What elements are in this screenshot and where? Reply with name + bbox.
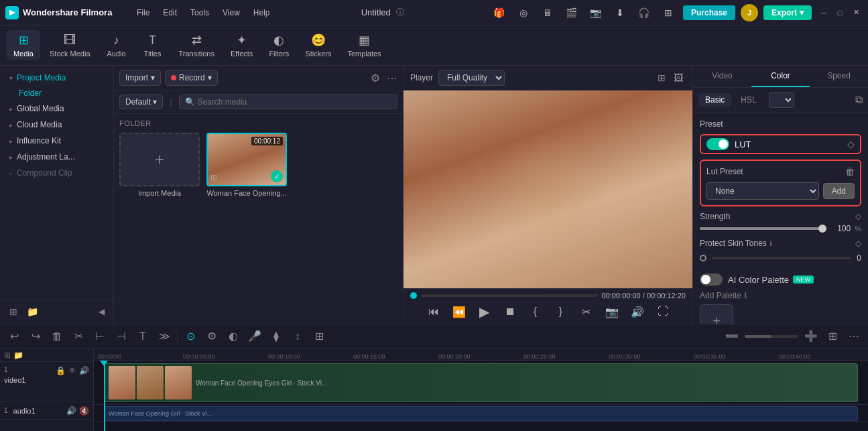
protect-track[interactable]	[712, 257, 851, 259]
video1-eye-icon[interactable]: 👁	[68, 366, 76, 375]
curve-select[interactable]	[769, 92, 794, 108]
search-input[interactable]	[198, 97, 392, 107]
protect-info-icon[interactable]: ℹ	[769, 239, 772, 248]
keyframe-tl-button[interactable]: ⧫	[267, 328, 285, 345]
monitor-icon[interactable]: 🖥	[538, 3, 557, 22]
compass-icon[interactable]: ◎	[514, 3, 533, 22]
user-avatar[interactable]: J	[741, 4, 758, 21]
diamond-icon[interactable]: ◇	[847, 139, 855, 149]
folder-item[interactable]: Folder	[5, 86, 108, 101]
add-palette-info-icon[interactable]: ℹ	[744, 291, 747, 300]
menu-edit[interactable]: Edit	[158, 5, 182, 20]
strength-track[interactable]	[700, 227, 826, 230]
undo-button[interactable]: ↩	[5, 328, 23, 345]
toolbar-stickers[interactable]: 😊 Stickers	[298, 30, 338, 60]
tab-color[interactable]: Color	[751, 66, 810, 87]
export-button[interactable]: Export ▾	[763, 5, 812, 20]
fullscreen-button[interactable]: ⛶	[654, 302, 672, 321]
ai-palette-toggle[interactable]	[700, 273, 723, 286]
image-layout-icon[interactable]: 🖼	[671, 71, 686, 84]
speaker-button[interactable]: 🔊	[628, 302, 647, 321]
palette-add-box[interactable]: +	[700, 304, 733, 324]
split-button[interactable]: ⊣	[113, 328, 130, 345]
magnet-button[interactable]: ⚙	[203, 328, 221, 345]
delete-button[interactable]: 🗑	[48, 328, 66, 345]
close-button[interactable]: ✕	[849, 6, 863, 19]
search-box[interactable]: 🔍	[179, 95, 398, 109]
strength-thumb[interactable]	[818, 225, 826, 233]
toolbar-templates[interactable]: ▦ Templates	[340, 30, 387, 60]
redo-button[interactable]: ↪	[27, 328, 44, 345]
track-add-icon[interactable]: ⊞	[4, 351, 11, 360]
screenshot-button[interactable]: 📷	[603, 302, 621, 321]
tab-speed[interactable]: Speed	[810, 66, 868, 87]
audio1-clip[interactable]: Woman Face Opening Girl · Stock Vi...	[104, 406, 858, 421]
import-media-thumb[interactable]: + Import Media	[119, 133, 200, 197]
sidebar-item-cloud-media[interactable]: ▸ Cloud Media	[5, 117, 108, 133]
sidebar-item-global-media[interactable]: ▸ Global Media	[5, 101, 108, 117]
toolbar-media[interactable]: ⊞ Media	[7, 30, 40, 60]
text-tl-button[interactable]: T	[134, 328, 151, 345]
lut-toggle[interactable]	[706, 138, 729, 150]
menu-view[interactable]: View	[217, 5, 245, 20]
minimize-button[interactable]: ─	[817, 6, 830, 19]
split-tl-button[interactable]: ↕	[289, 328, 306, 345]
film-icon[interactable]: 🎬	[562, 3, 581, 22]
zoom-track[interactable]	[745, 335, 798, 338]
maximize-button[interactable]: □	[833, 6, 847, 19]
sub-tab-basic[interactable]: Basic	[698, 93, 731, 107]
sidebar-item-compound[interactable]: ▸ Compound Clip	[5, 165, 108, 181]
zoom-out-button[interactable]: ➖	[723, 328, 741, 345]
toolbar-effects[interactable]: ✦ Effects	[224, 30, 259, 60]
menu-tools[interactable]: Tools	[185, 5, 214, 20]
record-button[interactable]: Record ▾	[165, 70, 218, 86]
audio-button[interactable]: 🎤	[246, 328, 263, 345]
filter-button[interactable]: ⚙	[368, 70, 383, 86]
trim-tl-button[interactable]: ⊢	[91, 328, 109, 345]
camera-icon[interactable]: 📷	[586, 3, 605, 22]
gift-icon[interactable]: 🎁	[490, 3, 509, 22]
more-button[interactable]: ⋯	[387, 72, 397, 84]
progress-track[interactable]	[421, 294, 598, 297]
download-icon[interactable]: ⬇	[611, 3, 629, 22]
settings-tl-button[interactable]: ⋯	[845, 328, 863, 345]
trim-button[interactable]: ✂	[577, 302, 596, 321]
video-thumb[interactable]: 00:00:12 ⊞ ✓ Woman Face Opening...	[206, 133, 287, 197]
mark-out-button[interactable]: }	[552, 302, 570, 321]
mark-in-button[interactable]: {	[526, 302, 545, 321]
toolbar-titles[interactable]: T Titles	[136, 31, 170, 60]
sub-tab-hsl[interactable]: HSL	[734, 93, 763, 107]
quality-select[interactable]: Full Quality 1080p 720p	[438, 70, 505, 86]
protect-diamond-icon[interactable]: ◇	[855, 239, 861, 248]
compare-button[interactable]: ⧉	[855, 94, 863, 106]
menu-help[interactable]: Help	[248, 5, 275, 20]
video1-speaker-icon[interactable]: 🔊	[79, 366, 89, 375]
connect-button[interactable]: ⊞	[310, 328, 328, 345]
sidebar-item-influence-kit[interactable]: ▸ Influence Kit	[5, 133, 108, 149]
toolbar-audio[interactable]: ♪ Audio	[100, 31, 133, 60]
collapse-panel-button[interactable]: ◀	[95, 305, 108, 318]
tab-video[interactable]: Video	[693, 66, 751, 87]
track-folder-icon[interactable]: 📁	[13, 351, 23, 360]
cut-button[interactable]: ✂	[70, 328, 87, 345]
add-folder-button[interactable]: ⊞	[5, 304, 21, 320]
headphones-icon[interactable]: 🎧	[635, 3, 654, 22]
toolbar-filters[interactable]: ◐ Filters	[262, 30, 296, 60]
audio1-speaker-icon[interactable]: 🔊	[66, 406, 76, 416]
sidebar-item-project-media[interactable]: ▾ Project Media	[5, 70, 108, 86]
sidebar-item-adjustment[interactable]: ▸ Adjustment La...	[5, 149, 108, 165]
more-tl-button[interactable]: ≫	[156, 328, 173, 345]
grid-layout-icon[interactable]: ⊞	[655, 71, 668, 84]
lut-delete-button[interactable]: 🗑	[845, 166, 855, 177]
toolbar-stock[interactable]: 🎞 Stock Media	[43, 31, 97, 60]
video1-lock-icon[interactable]: 🔒	[56, 366, 66, 375]
lut-preset-select[interactable]: None	[706, 182, 819, 200]
toolbar-transitions[interactable]: ⇄ Transitions	[172, 30, 221, 60]
layout-tl-button[interactable]: ⊞	[824, 328, 841, 345]
default-button[interactable]: Default ▾	[119, 95, 163, 109]
prev-frame-button[interactable]: ⏮	[424, 302, 443, 321]
purchase-button[interactable]: Purchase	[683, 5, 735, 20]
play-button[interactable]: ▶	[475, 302, 494, 321]
import-button[interactable]: Import ▾	[119, 70, 161, 86]
apps-icon[interactable]: ⊞	[659, 3, 678, 22]
